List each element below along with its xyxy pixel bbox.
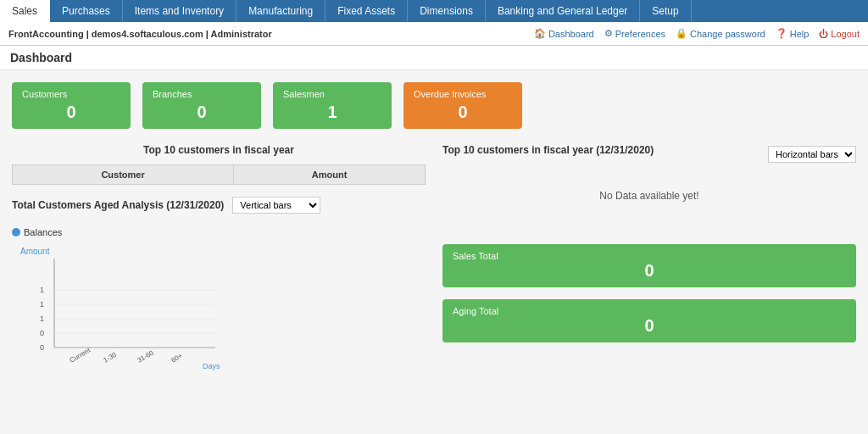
preferences-link[interactable]: ⚙ Preferences [604, 28, 665, 39]
totals-section: Sales Total 0 Aging Total 0 [442, 244, 856, 342]
svg-text:31-60: 31-60 [136, 348, 156, 364]
right-column: Top 10 customers in fiscal year (12/31/2… [442, 144, 856, 376]
svg-text:1: 1 [40, 314, 44, 323]
stat-overdue: Overdue Invoices 0 [403, 82, 522, 129]
aging-total-card: Aging Total 0 [442, 299, 856, 342]
aging-total-label: Aging Total [453, 306, 846, 316]
chart-type-dropdown[interactable]: Vertical bars Horizontal bars Line [232, 197, 320, 214]
svg-text:Current: Current [69, 346, 92, 364]
gear-icon: ⚙ [604, 28, 613, 39]
top-customers-title-right: Top 10 customers in fiscal year (12/31/2… [442, 144, 654, 156]
svg-text:Days: Days [203, 362, 220, 370]
svg-text:0: 0 [40, 329, 44, 337]
stat-customers-value: 0 [22, 103, 120, 122]
svg-text:60+: 60+ [170, 352, 185, 364]
chart-title: Total Customers Aged Analysis (12/31/202… [12, 199, 224, 211]
header-bar: FrontAccounting | demos4.softaculous.com… [0, 22, 868, 46]
lock-icon: 🔒 [676, 28, 687, 39]
logout-link[interactable]: ⏻ Logout [819, 29, 860, 39]
site-info: FrontAccounting | demos4.softaculous.com… [8, 29, 272, 39]
tab-dimensions[interactable]: Dimensions [408, 0, 486, 22]
sales-total-label: Sales Total [453, 251, 846, 261]
page-title: Dashboard [10, 51, 72, 64]
y-axis-label: Amount [20, 247, 50, 256]
stat-customers: Customers 0 [12, 82, 131, 129]
chart-container: Balances Amount [12, 220, 426, 376]
two-col-layout: Top 10 customers in fiscal year Customer… [12, 144, 856, 376]
aging-total-value: 0 [453, 316, 846, 336]
stat-overdue-label: Overdue Invoices [414, 89, 512, 99]
stat-branches-label: Branches [153, 89, 251, 99]
chart-header: Total Customers Aged Analysis (12/31/202… [12, 197, 426, 214]
stat-salesmen-value: 1 [283, 103, 381, 122]
power-icon: ⏻ [819, 29, 828, 39]
legend-label: Balances [24, 227, 62, 237]
home-icon: 🏠 [534, 28, 546, 39]
dashboard-link[interactable]: 🏠 Dashboard [534, 28, 594, 39]
svg-text:1: 1 [40, 286, 44, 294]
tab-fixed-assets[interactable]: Fixed Assets [326, 0, 408, 22]
stat-branches: Branches 0 [142, 82, 261, 129]
change-password-link[interactable]: 🔒 Change password [676, 28, 765, 39]
main-content: Customers 0 Branches 0 Salesmen 1 Overdu… [0, 70, 868, 434]
tab-banking[interactable]: Banking and General Ledger [486, 0, 640, 22]
help-link[interactable]: ❓ Help [776, 28, 810, 39]
legend-dot [12, 228, 20, 236]
question-icon: ❓ [776, 28, 787, 39]
stat-branches-value: 0 [153, 103, 251, 122]
header-actions: 🏠 Dashboard ⚙ Preferences 🔒 Change passw… [534, 28, 860, 39]
no-data-message: No Data available yet! [442, 173, 856, 219]
tab-setup[interactable]: Setup [640, 0, 691, 22]
chart-area: Balances Amount [12, 220, 232, 376]
svg-text:1: 1 [40, 300, 44, 309]
sales-total-card: Sales Total 0 [442, 244, 856, 287]
svg-text:0: 0 [40, 343, 44, 352]
svg-text:1-30: 1-30 [103, 351, 119, 364]
tab-sales[interactable]: Sales [0, 0, 50, 22]
stat-overdue-value: 0 [414, 103, 512, 122]
stat-customers-label: Customers [22, 89, 120, 99]
chart-legend: Balances [12, 227, 232, 237]
top-customers-title-left: Top 10 customers in fiscal year [12, 144, 426, 156]
col-amount: Amount [234, 165, 426, 185]
tab-items-inventory[interactable]: Items and Inventory [123, 0, 236, 22]
right-top-header: Top 10 customers in fiscal year (12/31/2… [442, 144, 856, 164]
customers-table: Customer Amount [12, 164, 426, 185]
bar-chart-svg: Amount 0 0 [12, 237, 232, 373]
top-navigation: Sales Purchases Items and Inventory Manu… [0, 0, 868, 22]
stats-row: Customers 0 Branches 0 Salesmen 1 Overdu… [12, 82, 856, 129]
left-column: Top 10 customers in fiscal year Customer… [12, 144, 426, 376]
tab-purchases[interactable]: Purchases [50, 0, 123, 22]
tab-manufacturing[interactable]: Manufacturing [236, 0, 326, 22]
right-chart-dropdown[interactable]: Horizontal bars Vertical bars Line [768, 146, 856, 163]
sales-total-value: 0 [453, 261, 846, 281]
stat-salesmen-label: Salesmen [283, 89, 381, 99]
page-title-bar: Dashboard [0, 46, 868, 70]
aged-analysis-section: Total Customers Aged Analysis (12/31/202… [12, 197, 426, 376]
stat-salesmen: Salesmen 1 [273, 82, 392, 129]
col-customer: Customer [13, 165, 234, 185]
